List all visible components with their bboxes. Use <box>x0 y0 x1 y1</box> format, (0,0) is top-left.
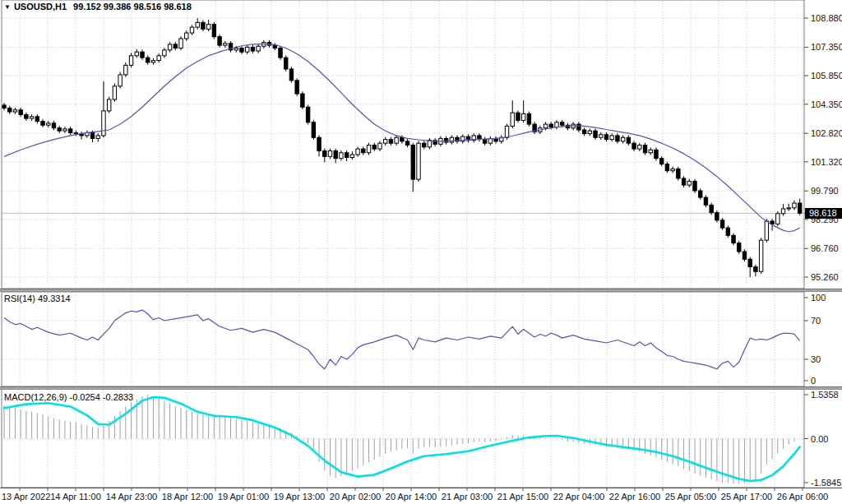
rsi-axis-label: 30 <box>811 354 821 364</box>
time-axis-label: 19 Apr 01:00 <box>218 492 269 502</box>
pane-splitter[interactable] <box>0 386 842 390</box>
chart-title: ▼USOUSD,H199.152 99.386 98.516 98.618 <box>4 2 192 12</box>
macd-pane[interactable] <box>2 389 804 488</box>
macd-axis-label: 0.00 <box>811 434 828 444</box>
time-axis-label: 21 Apr 03:00 <box>442 492 493 502</box>
time-axis-label: 20 Apr 14:00 <box>386 492 437 502</box>
pane-splitter[interactable] <box>0 289 842 292</box>
time-axis-label: 18 Apr 12:00 <box>162 492 213 502</box>
price-axis-label: 107.350 <box>811 42 842 52</box>
macd-axis-label: 1.5358 <box>811 390 839 400</box>
rsi-axis-label: 100 <box>811 293 826 303</box>
time-axis-label: 14 Apr 23:00 <box>106 492 157 502</box>
rsi-axis-label: 0 <box>811 376 816 386</box>
time-axis-label: 13 Apr 2022 <box>2 492 50 502</box>
time-axis-label: 26 Apr 06:00 <box>777 492 828 502</box>
time-axis-label: 25 Apr 05:00 <box>665 492 716 502</box>
chart-canvas[interactable] <box>0 0 842 504</box>
price-axis-label: 96.760 <box>811 243 839 253</box>
chart-window: ▼USOUSD,H199.152 99.386 98.516 98.618 RS… <box>0 0 842 504</box>
rsi-pane[interactable] <box>2 292 804 386</box>
price-axis-label: 102.820 <box>811 128 842 138</box>
time-axis-label: 21 Apr 15:00 <box>497 492 548 502</box>
time-axis-label: 14 Apr 11:00 <box>50 492 101 502</box>
symbol-timeframe-label: USOUSD,H1 <box>14 2 67 12</box>
main-pane[interactable] <box>2 0 804 289</box>
price-axis-label: 105.850 <box>811 71 842 81</box>
price-axis-label: 108.880 <box>811 13 842 23</box>
price-axis-label: 101.320 <box>811 157 842 167</box>
time-axis-label: 20 Apr 02:00 <box>330 492 381 502</box>
macd-indicator-label: MACD(12,26,9) -0.0254 -0.2833 <box>4 392 133 402</box>
current-price-badge: 98.618 <box>805 208 842 219</box>
symbol-dropdown-icon[interactable]: ▼ <box>4 3 11 11</box>
rsi-indicator-label: RSI(14) 49.3314 <box>4 294 71 303</box>
time-axis-label: 22 Apr 16:00 <box>609 492 660 502</box>
rsi-axis-label: 70 <box>811 316 821 326</box>
price-axis-label: 95.260 <box>811 272 839 282</box>
price-axis-label: 99.790 <box>811 186 839 196</box>
time-axis-label: 22 Apr 04:00 <box>553 492 604 502</box>
time-axis-label: 25 Apr 17:00 <box>721 492 772 502</box>
macd-axis-label: -1.5845 <box>811 478 841 488</box>
price-axis-label: 104.350 <box>811 99 842 109</box>
time-axis-label: 19 Apr 13:00 <box>274 492 325 502</box>
ohlc-values-label: 99.152 99.386 98.516 98.618 <box>73 2 192 12</box>
